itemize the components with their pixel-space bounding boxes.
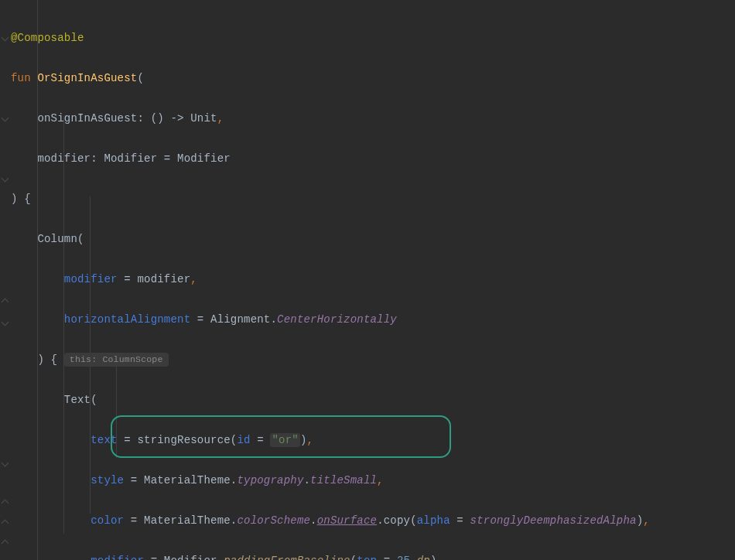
code-line: text = stringResource(id = "or"),: [11, 430, 650, 450]
code-line: fun OrSignInAsGuest(: [11, 68, 650, 88]
code-line: modifier = modifier,: [11, 269, 650, 289]
fold-marker-icon[interactable]: [2, 540, 9, 548]
code-line: ) {: [11, 189, 650, 209]
code-line: style = MaterialTheme.typography.titleSm…: [11, 470, 650, 490]
code-line: @Composable: [11, 28, 650, 48]
fold-marker-icon[interactable]: [2, 114, 9, 122]
code-line: horizontalAlignment = Alignment.CenterHo…: [11, 309, 650, 330]
fold-marker-icon[interactable]: [2, 459, 9, 467]
code-line: color = MaterialTheme.colorScheme.onSurf…: [11, 510, 650, 531]
code-line: modifier: Modifier = Modifier: [11, 149, 650, 169]
fold-marker-icon[interactable]: [2, 500, 9, 507]
editor-gutter: [0, 0, 8, 560]
code-line: Text(: [11, 390, 650, 410]
fold-marker-icon[interactable]: [2, 319, 9, 326]
inlay-hint: this: ColumnScope: [64, 353, 169, 367]
code-line: ) { this: ColumnScope: [11, 350, 650, 370]
code-line: onSignInAsGuest: () -> Unit,: [11, 108, 650, 128]
fold-marker-icon[interactable]: [2, 34, 9, 42]
code-line: Column(: [11, 229, 650, 249]
fold-marker-icon[interactable]: [2, 520, 9, 528]
code-line: modifier = Modifier.paddingFromBaseline(…: [11, 551, 650, 560]
fold-marker-icon[interactable]: [2, 175, 9, 183]
fold-marker-icon[interactable]: [2, 299, 9, 306]
code-editor[interactable]: @Composable fun OrSignInAsGuest( onSignI…: [11, 8, 650, 560]
